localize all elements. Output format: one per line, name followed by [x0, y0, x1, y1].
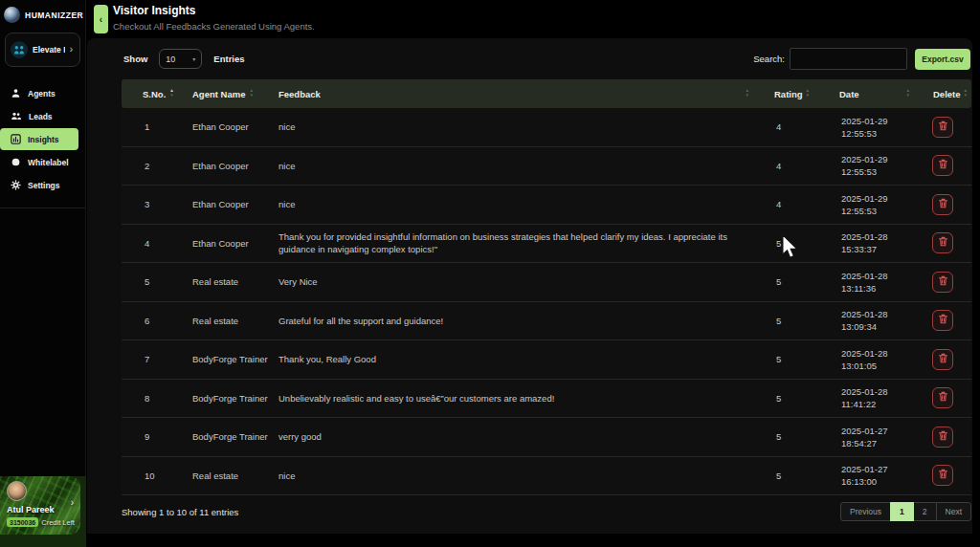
cell-date: 2025-01-2716:13:00 [822, 463, 914, 488]
table-row: 3Ethan Coopernice42025-01-2912:55:53 [122, 186, 971, 225]
cell-sno: 8 [122, 393, 192, 404]
cell-date: 2025-01-2813:01:05 [822, 347, 914, 372]
cell-agent-name: Real estate [192, 470, 278, 482]
sidebar-item-label: Whitelabel [28, 158, 69, 167]
cell-feedback: nice [278, 160, 757, 172]
trash-icon [937, 235, 949, 251]
entries-select[interactable]: 10 ▾ [159, 49, 202, 69]
page-button-next[interactable]: Next [936, 502, 971, 521]
cell-sno: 1 [122, 121, 192, 132]
workspace-selector[interactable]: Elevate Pe › [5, 33, 80, 67]
cell-rating: 5 [757, 470, 822, 481]
logo-avatar-icon [4, 7, 20, 23]
cell-agent-name: BodyForge Trainer [192, 430, 278, 443]
insights-icon [11, 134, 21, 144]
cell-sno: 5 [122, 276, 192, 287]
credit-badge: 3150036 [7, 517, 38, 527]
pagination: Previous12Next [841, 502, 971, 521]
trash-icon [937, 274, 949, 290]
page-button-previous[interactable]: Previous [840, 502, 891, 521]
sidebar-item-label: Agents [28, 89, 56, 98]
cell-rating: 5 [757, 431, 822, 442]
trash-icon [937, 352, 949, 367]
trash-icon [937, 429, 949, 445]
page-subtitle: Checkout All Feedbacks Generated Using A… [113, 21, 315, 32]
sidebar: HUMANIZZER Elevate Pe › AgentsLeadsInsig… [0, 0, 86, 547]
delete-button[interactable] [932, 310, 953, 331]
cell-date: 2025-01-2912:55:53 [822, 192, 914, 217]
cell-date: 2025-01-2912:55:53 [822, 153, 914, 178]
cell-agent-name: Ethan Cooper [192, 198, 278, 210]
cell-date: 2025-01-2718:54:27 [822, 425, 914, 449]
cell-agent-name: BodyForge Trainer [192, 392, 278, 405]
delete-button[interactable] [932, 349, 953, 370]
app-window: HUMANIZZER Elevate Pe › AgentsLeadsInsig… [0, 0, 980, 547]
cell-feedback: Thank you, Really Good [278, 353, 757, 365]
sidebar-item-leads[interactable]: Leads [0, 105, 85, 127]
cell-feedback: Very Nice [278, 275, 757, 288]
column-header-date[interactable]: Date ▲▼ [822, 89, 914, 99]
cell-rating: 5 [757, 276, 822, 287]
workspace-label: Elevate Pe [33, 45, 65, 55]
cell-date: 2025-01-2815:33:37 [822, 230, 914, 255]
search-label: Search: [753, 54, 785, 64]
table-footer: Showing 1 to 10 of 11 entries Previous12… [122, 502, 971, 521]
cell-feedback: verry good [278, 430, 757, 443]
column-header-sno[interactable]: S.No. ▲▼ [122, 89, 192, 99]
chevron-right-icon: › [71, 497, 74, 508]
content-panel: Show 10 ▾ Entries Search: Export.csv S.N… [87, 38, 972, 534]
delete-button[interactable] [932, 427, 953, 448]
user-card[interactable]: Atul Pareek 3150036 Credit Left › [0, 476, 80, 535]
workspace-icon [11, 41, 28, 58]
sidebar-item-settings[interactable]: Settings [0, 174, 85, 196]
column-header-rating[interactable]: Rating ▲▼ [757, 89, 822, 99]
search-input[interactable] [790, 48, 907, 70]
delete-button[interactable] [932, 465, 953, 486]
delete-button[interactable] [932, 272, 953, 293]
sidebar-item-whitelabel[interactable]: Whitelabel [0, 151, 85, 173]
sidebar-collapse-button[interactable]: ‹ [94, 5, 108, 33]
cell-feedback: nice [278, 198, 757, 210]
table-row: 1Ethan Coopernice42025-01-2912:55:53 [122, 108, 971, 147]
show-label: Show [123, 54, 147, 64]
app-logo-text: HUMANIZZER [25, 11, 83, 20]
cell-date: 2025-01-2912:55:53 [822, 115, 914, 140]
settings-icon [11, 180, 21, 190]
page-title: Visitor Insights [113, 4, 195, 17]
cell-rating: 5 [757, 316, 822, 326]
column-header-agent-name[interactable]: Agent Name ▲▼ [192, 89, 278, 99]
delete-button[interactable] [932, 194, 953, 215]
entries-label: Entries [213, 54, 244, 64]
table-row: 2Ethan Coopernice42025-01-2912:55:53 [122, 147, 971, 186]
trash-icon [937, 158, 949, 173]
sort-icon: ▲▼ [905, 89, 910, 98]
cell-agent-name: Real estate [192, 315, 278, 327]
user-name: Atul Pareek [7, 505, 55, 514]
sidebar-item-label: Leads [29, 112, 53, 121]
delete-button[interactable] [932, 387, 953, 408]
cell-agent-name: Ethan Cooper [192, 160, 278, 172]
delete-button[interactable] [932, 117, 953, 138]
sort-icon: ▲▼ [745, 89, 749, 98]
page-button-1[interactable]: 1 [890, 502, 914, 521]
page-button-2[interactable]: 2 [913, 502, 937, 521]
table-row: 8BodyForge TrainerUnbelievably realistic… [122, 380, 971, 419]
delete-button[interactable] [932, 232, 953, 253]
column-header-delete[interactable]: Delete ▲▼ [914, 89, 971, 99]
delete-button[interactable] [932, 155, 953, 176]
export-csv-button[interactable]: Export.csv [915, 49, 970, 70]
trash-icon [937, 120, 949, 135]
sidebar-item-insights[interactable]: Insights [0, 128, 78, 150]
sort-icon: ▲▼ [169, 89, 174, 98]
cell-agent-name: Ethan Cooper [192, 120, 278, 133]
cell-sno: 6 [122, 316, 192, 326]
agent-icon [11, 88, 21, 98]
cell-date: 2025-01-2813:09:34 [822, 308, 914, 333]
trash-icon [937, 313, 949, 328]
table-row: 9BodyForge Trainerverry good52025-01-271… [122, 418, 971, 457]
table-controls: Show 10 ▾ Entries Search: Export.csv [87, 38, 972, 70]
cell-rating: 4 [757, 199, 822, 209]
sidebar-item-agents[interactable]: Agents [0, 82, 85, 104]
column-header-feedback[interactable]: Feedback ▲▼ [278, 89, 757, 99]
cell-feedback: Unbelievably realistic and easy to useâ€… [278, 392, 757, 405]
